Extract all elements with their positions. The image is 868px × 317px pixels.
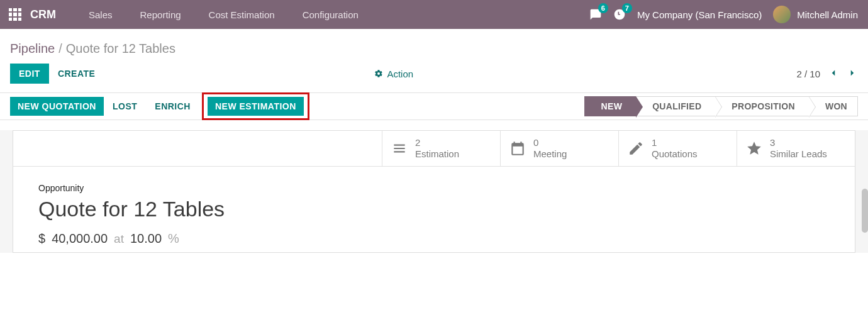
stages: NEW QUALIFIED PROPOSITION WON (584, 96, 858, 116)
avatar (773, 6, 791, 23)
stat-similar-count: 3 (770, 137, 827, 148)
star-icon (746, 140, 762, 157)
apps-icon[interactable] (9, 8, 21, 21)
new-estimation-button[interactable]: NEW ESTIMATION (208, 97, 304, 116)
stat-meeting-count: 0 (533, 137, 567, 148)
stat-quotations-label: Quotations (652, 148, 698, 160)
navbar-right: 6 7 My Company (San Francisco) Mitchell … (589, 6, 863, 23)
record-body: Opportunity Quote for 12 Tables $ 40,000… (13, 167, 855, 252)
amount: 40,000.00 (52, 231, 108, 246)
nav-sales[interactable]: Sales (76, 9, 125, 20)
breadcrumb-parent[interactable]: Pipeline (10, 42, 55, 56)
expected-revenue: $ 40,000.00 at 10.00 % (38, 231, 830, 246)
control-row: EDIT CREATE Action 2 / 10 (0, 64, 868, 92)
stat-estimation-count: 2 (415, 137, 459, 148)
navbar-left: CRM Sales Reporting Cost Estimation Conf… (5, 8, 371, 21)
highlight-annotation: NEW ESTIMATION (202, 92, 309, 120)
breadcrumb-current: Quote for 12 Tables (66, 42, 175, 56)
currency-symbol: $ (38, 231, 45, 246)
app-brand[interactable]: CRM (30, 8, 56, 21)
at-label: at (114, 232, 124, 246)
stat-estimation-label: Estimation (415, 148, 459, 160)
pager: 2 / 10 (796, 67, 858, 81)
record-type-label: Opportunity (38, 183, 830, 193)
navbar: CRM Sales Reporting Cost Estimation Conf… (0, 0, 868, 29)
calendar-icon (509, 140, 526, 157)
stat-quotations-count: 1 (652, 137, 698, 148)
action-menu[interactable]: Action (374, 69, 413, 79)
stat-similar-leads[interactable]: 3 Similar Leads (737, 131, 855, 166)
new-quotation-button[interactable]: NEW QUOTATION (10, 97, 104, 116)
list-icon (391, 140, 408, 157)
form-sheet: 2 Estimation 0 Meeting 1 Quotations (13, 130, 855, 253)
pager-prev[interactable] (828, 67, 839, 81)
activities-badge: 7 (622, 3, 632, 13)
breadcrumb: Pipeline / Quote for 12 Tables (0, 29, 868, 64)
scrollbar-thumb[interactable] (862, 189, 868, 233)
messages-badge: 6 (598, 3, 608, 13)
record-title: Quote for 12 Tables (38, 197, 830, 221)
nav-cost-estimation[interactable]: Cost Estimation (196, 9, 287, 20)
edit-icon (628, 140, 644, 157)
nav-configuration[interactable]: Configuration (290, 9, 371, 20)
stat-spacer (13, 131, 382, 166)
company-switcher[interactable]: My Company (San Francisco) (637, 9, 762, 20)
stat-buttons: 2 Estimation 0 Meeting 1 Quotations (13, 131, 855, 167)
enrich-button[interactable]: ENRICH (146, 97, 199, 116)
gear-icon (374, 69, 383, 78)
messages-icon[interactable]: 6 (589, 8, 602, 21)
breadcrumb-sep: / (58, 42, 62, 56)
sheet-background: 2 Estimation 0 Meeting 1 Quotations (0, 130, 868, 253)
stat-meeting-label: Meeting (533, 148, 567, 160)
pager-next[interactable] (847, 67, 858, 81)
stat-estimation[interactable]: 2 Estimation (382, 131, 500, 166)
percent-sign: % (168, 231, 179, 246)
user-menu[interactable]: Mitchell Admin (773, 6, 858, 23)
create-button[interactable]: CREATE (49, 64, 104, 84)
activities-icon[interactable]: 7 (613, 8, 626, 21)
stage-qualified[interactable]: QUALIFIED (636, 96, 715, 116)
action-label: Action (387, 69, 413, 79)
stat-similar-label: Similar Leads (770, 148, 827, 160)
statusbar-buttons: NEW QUOTATION LOST ENRICH NEW ESTIMATION (10, 92, 309, 120)
stat-meeting[interactable]: 0 Meeting (500, 131, 618, 166)
status-bar: NEW QUOTATION LOST ENRICH NEW ESTIMATION… (0, 92, 868, 120)
edit-button[interactable]: EDIT (10, 64, 49, 84)
probability: 10.00 (130, 231, 162, 246)
pager-text: 2 / 10 (796, 69, 820, 79)
username: Mitchell Admin (797, 9, 858, 20)
lost-button[interactable]: LOST (104, 97, 146, 116)
stage-proposition[interactable]: PROPOSITION (715, 96, 809, 116)
stat-quotations[interactable]: 1 Quotations (618, 131, 737, 166)
nav-reporting[interactable]: Reporting (128, 9, 194, 20)
stage-new[interactable]: NEW (584, 96, 637, 116)
stage-won[interactable]: WON (809, 96, 858, 116)
